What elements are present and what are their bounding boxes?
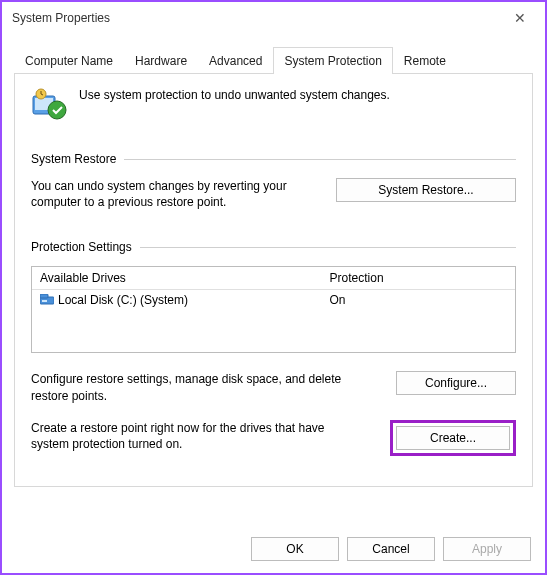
system-restore-button[interactable]: System Restore... [336, 178, 516, 202]
create-text: Create a restore point right now for the… [31, 420, 360, 452]
configure-text: Configure restore settings, manage disk … [31, 371, 360, 403]
configure-row: Configure restore settings, manage disk … [31, 371, 516, 403]
svg-rect-5 [40, 294, 48, 298]
configure-button[interactable]: Configure... [396, 371, 516, 395]
system-restore-row: You can undo system changes by reverting… [31, 178, 516, 210]
protection-settings-heading: Protection Settings [31, 240, 516, 254]
titlebar: System Properties ✕ [2, 2, 545, 34]
svg-rect-6 [42, 300, 47, 302]
tabstrip: Computer Name Hardware Advanced System P… [14, 46, 533, 74]
drives-table-body: Local Disk (C:) (System) On [32, 290, 515, 352]
dialog-footer: OK Cancel Apply [251, 537, 531, 561]
ok-button[interactable]: OK [251, 537, 339, 561]
create-row: Create a restore point right now for the… [31, 420, 516, 456]
apply-button: Apply [443, 537, 531, 561]
divider [124, 159, 516, 160]
tab-hardware[interactable]: Hardware [124, 47, 198, 74]
protection-settings-heading-label: Protection Settings [31, 240, 132, 254]
drive-name: Local Disk (C:) (System) [58, 293, 188, 307]
divider [140, 247, 516, 248]
system-protection-icon [31, 88, 67, 124]
tab-remote[interactable]: Remote [393, 47, 457, 74]
intro-row: Use system protection to undo unwanted s… [31, 88, 516, 124]
drive-icon [40, 294, 54, 306]
cancel-button[interactable]: Cancel [347, 537, 435, 561]
column-available-drives[interactable]: Available Drives [40, 271, 330, 285]
system-restore-heading: System Restore [31, 152, 516, 166]
create-button-highlight: Create... [390, 420, 516, 456]
system-restore-heading-label: System Restore [31, 152, 116, 166]
tab-computer-name[interactable]: Computer Name [14, 47, 124, 74]
system-restore-text: You can undo system changes by reverting… [31, 178, 320, 210]
tab-panel: Use system protection to undo unwanted s… [14, 74, 533, 487]
window-title: System Properties [12, 11, 505, 25]
drive-status: On [330, 293, 507, 307]
close-icon[interactable]: ✕ [505, 10, 535, 26]
svg-point-2 [48, 101, 66, 119]
column-protection[interactable]: Protection [330, 271, 507, 285]
drives-table-header: Available Drives Protection [32, 267, 515, 290]
drives-table: Available Drives Protection Local Disk (… [31, 266, 516, 353]
tab-system-protection[interactable]: System Protection [273, 47, 392, 74]
table-row[interactable]: Local Disk (C:) (System) On [40, 292, 507, 308]
create-button[interactable]: Create... [396, 426, 510, 450]
intro-text: Use system protection to undo unwanted s… [79, 88, 390, 102]
tab-advanced[interactable]: Advanced [198, 47, 273, 74]
